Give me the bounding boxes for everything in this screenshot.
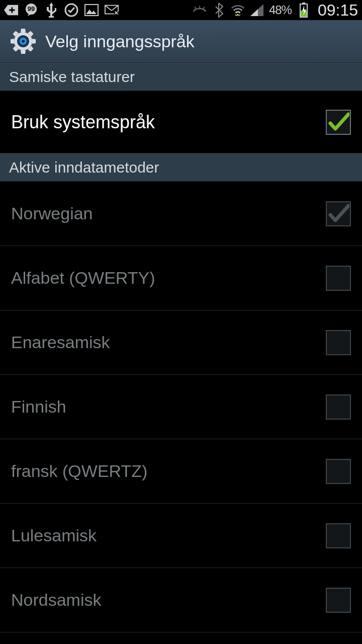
screen: 99 [0,0,362,644]
use-system-language-label: Bruk systemspråk [11,112,326,133]
signal-icon [250,3,264,17]
input-method-row: Lulesamisk [0,504,362,568]
input-method-checkbox [326,394,351,420]
input-method-checkbox [326,588,351,613]
quote-bubble-icon: 99 [24,3,38,17]
svg-point-13 [22,40,25,43]
battery-percent: 48% [269,3,292,17]
settings-gear-icon [10,28,36,54]
section-header-label: Aktive inndatametoder [9,159,159,176]
input-method-label: Norwegian [11,204,326,223]
svg-rect-8 [302,3,305,4]
input-method-checkbox [326,523,351,548]
input-method-checkbox [326,330,351,355]
input-methods-list: NorwegianAlfabet (QWERTY)EnaresamiskFinn… [0,182,362,632]
input-method-label: Finnish [11,397,326,417]
page-title: Velg inngangsspråk [45,32,195,51]
input-method-row: Finnish [0,375,362,439]
input-method-label: Enaresamisk [11,333,326,352]
wifi-icon [231,3,245,17]
status-bar: 99 [0,0,362,20]
status-right: 48% 09:15 [193,1,358,20]
clock: 09:15 [318,1,358,20]
section-header-active: Aktive inndatametoder [0,153,362,182]
input-method-row: fransk (QWERTZ) [0,439,362,504]
sync-check-icon [64,3,78,17]
input-method-row: Enaresamisk [0,310,362,375]
bluetooth-icon [212,3,226,17]
section-header-keyboards: Samiske tastaturer [0,63,362,91]
svg-point-6 [237,14,239,16]
mail-icon [105,3,119,17]
input-method-row: Alfabet (QWERTY) [0,246,362,310]
battery-charging-icon [297,3,311,17]
input-method-checkbox [326,201,351,226]
input-method-label: Nordsamisk [11,590,326,610]
input-method-row: Norwegian [0,182,362,246]
input-method-label: Alfabet (QWERTY) [11,268,326,288]
input-method-label: Lulesamisk [11,526,326,545]
picture-icon [84,3,99,17]
eye-off-icon [193,3,207,17]
status-left: 99 [4,3,119,17]
use-system-language-checkbox[interactable] [326,110,351,135]
title-bar: Velg inngangsspråk [0,20,362,63]
input-method-row: Nordsamisk [0,568,362,632]
usb-icon [44,3,58,17]
plus-tag-icon [4,3,18,17]
input-method-checkbox [326,459,351,484]
section-header-label: Samiske tastaturer [9,68,135,86]
input-method-label: fransk (QWERTZ) [11,461,326,481]
use-system-language-row[interactable]: Bruk systemspråk [0,91,362,153]
input-method-checkbox [326,266,351,291]
svg-text:99: 99 [28,5,35,13]
